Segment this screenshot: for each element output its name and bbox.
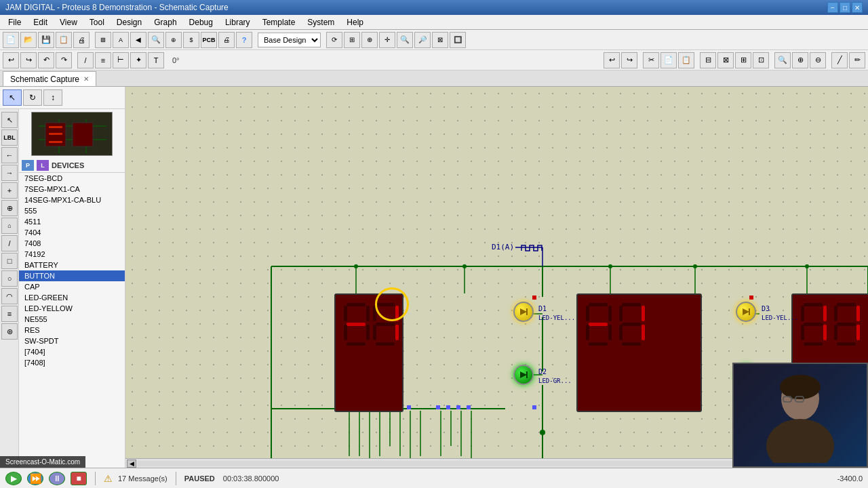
redo2-button[interactable]: ↷	[56, 52, 72, 68]
zoom-area-button[interactable]: 🔲	[450, 32, 466, 48]
lbl-tool[interactable]: LBL	[1, 129, 18, 146]
bus-tool2[interactable]: ≡	[1, 306, 18, 322]
stop-button[interactable]: ■	[71, 472, 87, 485]
open-button[interactable]: 📂	[20, 32, 37, 48]
menu-library[interactable]: Library	[220, 16, 256, 28]
zoom5-button[interactable]: ⊖	[810, 52, 826, 68]
save-button[interactable]: 💾	[38, 32, 54, 48]
menu-tool[interactable]: Tool	[84, 16, 110, 28]
dev-74192[interactable]: 74192	[19, 249, 125, 260]
zoom-out-button[interactable]: 🔎	[414, 32, 431, 48]
dev-7408[interactable]: 7408	[19, 238, 125, 249]
pin-button[interactable]: ⊢	[113, 52, 129, 68]
label-button[interactable]: T	[148, 52, 164, 68]
maximize-button[interactable]: □	[840, 2, 850, 13]
connect-tool[interactable]: ⌂	[1, 218, 18, 234]
align3-button[interactable]: ⊞	[735, 52, 751, 68]
select-tool[interactable]: ↖	[3, 89, 22, 106]
dev-button[interactable]: BUTTON	[19, 270, 125, 281]
menu-file[interactable]: File	[3, 16, 26, 28]
right-arrow-tool[interactable]: →	[1, 165, 18, 181]
schematic-canvas[interactable]: D1(A)	[125, 87, 868, 468]
rect-tool[interactable]: □	[1, 253, 18, 269]
redo3-button[interactable]: ↪	[621, 52, 637, 68]
p-icon[interactable]: P	[22, 160, 34, 171]
refresh-button[interactable]: ⟳	[326, 32, 342, 48]
new-button[interactable]: 📄	[3, 32, 19, 48]
draw1-button[interactable]: ╱	[831, 52, 848, 68]
layout-button[interactable]: PCB	[201, 32, 217, 48]
draw2-button[interactable]: ✏	[849, 52, 865, 68]
design-dropdown[interactable]: Base Design	[258, 33, 321, 47]
grid-button[interactable]: ⊞	[344, 32, 360, 48]
dev-4511[interactable]: 4511	[19, 216, 125, 227]
undo2-button[interactable]: ↶	[38, 52, 54, 68]
menu-template[interactable]: Template	[257, 16, 301, 28]
dev-7404-2[interactable]: [7404]	[19, 346, 125, 357]
cross-tool[interactable]: ⊕	[1, 200, 18, 216]
minimize-button[interactable]: −	[827, 2, 838, 13]
scroll-left-button[interactable]: ◀	[127, 460, 136, 468]
dev-7seg-mpx1-ca[interactable]: 7SEG-MPX1-CA	[19, 184, 125, 195]
menu-design[interactable]: Design	[111, 16, 147, 28]
dev-cap[interactable]: CAP	[19, 281, 125, 292]
align1-button[interactable]: ⊟	[700, 52, 716, 68]
left-arrow-tool[interactable]: ←	[1, 147, 18, 163]
align4-button[interactable]: ⊡	[753, 52, 769, 68]
wire-button[interactable]: /	[77, 52, 94, 68]
plus-tool[interactable]: +	[1, 182, 18, 199]
undo3-button[interactable]: ↩	[604, 52, 620, 68]
rotate-tool[interactable]: ↻	[23, 89, 42, 106]
bus-button[interactable]: ≡	[95, 52, 111, 68]
back-button[interactable]: ◀	[130, 32, 146, 48]
circle-tool[interactable]: ○	[1, 270, 18, 287]
play-button[interactable]: ▶	[5, 472, 22, 485]
arrow-tool[interactable]: ↖	[1, 112, 18, 128]
dev-7408-2[interactable]: [7408]	[19, 357, 125, 368]
netlist-button[interactable]: $	[183, 32, 199, 48]
menu-edit[interactable]: Edit	[28, 16, 53, 28]
mirror-tool[interactable]: ↕	[43, 89, 62, 106]
close-button[interactable]: ✕	[852, 2, 863, 13]
cut-button[interactable]: ✂	[643, 52, 659, 68]
copy-button[interactable]: 📄	[660, 52, 677, 68]
menu-system[interactable]: System	[302, 16, 340, 28]
pause-button[interactable]: ⏸	[49, 472, 65, 485]
zoom4-button[interactable]: ⊕	[792, 52, 808, 68]
dev-14seg-mpx1[interactable]: 14SEG-MPX1-CA-BLU	[19, 195, 125, 205]
l-icon[interactable]: L	[37, 160, 49, 171]
undo-button[interactable]: ↩	[3, 52, 19, 68]
dev-led-green[interactable]: LED-GREEN	[19, 292, 125, 303]
dev-sw-spdt[interactable]: SW-SPDT	[19, 336, 125, 346]
line-tool[interactable]: /	[1, 235, 18, 251]
print2-button[interactable]: 🖨	[218, 32, 235, 48]
dev-led-yellow[interactable]: LED-YELLOW	[19, 303, 125, 314]
dev-res[interactable]: RES	[19, 325, 125, 336]
origin-button[interactable]: ⊕	[361, 32, 378, 48]
dev-7seg-bcd[interactable]: 7SEG-BCD	[19, 173, 125, 184]
dev-555[interactable]: 555	[19, 205, 125, 216]
save-as-button[interactable]: 📋	[56, 32, 72, 48]
center-button[interactable]: ✛	[379, 32, 395, 48]
arc-tool[interactable]: ◠	[1, 288, 18, 304]
tab-close-button[interactable]: ✕	[83, 75, 89, 83]
search2-button[interactable]: ⊕	[165, 32, 182, 48]
menu-debug[interactable]: Debug	[184, 16, 218, 28]
help-button[interactable]: ?	[236, 32, 252, 48]
junction-button[interactable]: ✦	[130, 52, 146, 68]
menu-graph[interactable]: Graph	[149, 16, 182, 28]
dev-battery[interactable]: BATTERY	[19, 260, 125, 270]
zoom3-button[interactable]: 🔍	[774, 52, 791, 68]
print-button[interactable]: 🖨	[73, 32, 90, 48]
menu-help[interactable]: Help	[341, 16, 369, 28]
dev-ne555[interactable]: NE555	[19, 314, 125, 325]
annotate-button[interactable]: A	[113, 32, 129, 48]
step-button[interactable]: ⏩	[27, 472, 43, 485]
redo-button[interactable]: ↪	[20, 52, 37, 68]
search-button[interactable]: 🔍	[148, 32, 164, 48]
component-button[interactable]: ⊞	[95, 32, 111, 48]
paste-button[interactable]: 📋	[678, 52, 694, 68]
zoom-in-button[interactable]: 🔍	[397, 32, 413, 48]
zoom-all-button[interactable]: ⊠	[432, 32, 448, 48]
tab-schematic[interactable]: Schematic Capture ✕	[3, 71, 96, 86]
